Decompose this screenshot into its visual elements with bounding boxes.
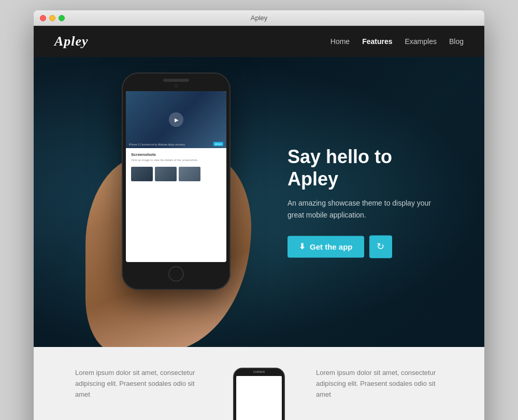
close-button[interactable] xyxy=(40,15,46,21)
navbar: Apley Home Features Examples Blog xyxy=(34,26,484,57)
feature-phone: CARRIER xyxy=(223,368,295,420)
features-section: Lorem ipsum dolor sit amet, consectetur … xyxy=(34,347,484,420)
window-title: Apley xyxy=(251,14,268,22)
hero-buttons: ⬇ Get the app ↻ xyxy=(287,236,443,258)
minimize-button[interactable] xyxy=(49,15,55,21)
mac-titlebar: Apley xyxy=(34,10,484,26)
hero-title: Say hello to Apley xyxy=(287,146,443,190)
phone-home-button[interactable] xyxy=(168,266,184,282)
download-icon: ⬇ xyxy=(299,242,306,252)
share-button[interactable]: ↻ xyxy=(369,236,392,258)
nav-link-examples[interactable]: Examples xyxy=(405,37,437,46)
mini-phone-screen xyxy=(236,376,282,420)
hero-section: iPhone 5 Commercial by Website Apley rec… xyxy=(34,57,484,347)
nav-link-features[interactable]: Features xyxy=(362,37,392,46)
video-label: iPhone 5 Commercial by Website Apley rec… xyxy=(129,143,185,147)
mini-phone-carrier: CARRIER xyxy=(234,369,284,375)
nav-link-blog[interactable]: Blog xyxy=(449,37,464,46)
thumbnail-3[interactable] xyxy=(179,167,200,181)
hero-subtitle: An amazing showcase theme to display you… xyxy=(287,198,443,221)
vimeo-badge: vimeo xyxy=(213,142,223,146)
nav-logo[interactable]: Apley xyxy=(54,34,89,49)
maximize-button[interactable] xyxy=(59,15,65,21)
feature-description-right: Lorem ipsum dolor sit amet, consectetur … xyxy=(316,368,443,400)
phone-screen: iPhone 5 Commercial by Website Apley rec… xyxy=(126,91,226,262)
thumbnail-2[interactable] xyxy=(155,167,177,181)
get-app-button[interactable]: ⬇ Get the app xyxy=(287,236,364,258)
feature-description-left: Lorem ipsum dolor sit amet, consectetur … xyxy=(75,368,202,400)
screenshots-title: Screenshots xyxy=(131,152,221,157)
mac-window: Apley Apley Home Features Examples Blog xyxy=(34,10,484,420)
nav-links: Home Features Examples Blog xyxy=(330,37,464,46)
thumbnail-1[interactable] xyxy=(131,167,153,181)
feature-text-left: Lorem ipsum dolor sit amet, consectetur … xyxy=(75,368,202,400)
phone-container: iPhone 5 Commercial by Website Apley rec… xyxy=(106,73,251,342)
feature-text-right: Lorem ipsum dolor sit amet, consectetur … xyxy=(316,368,443,400)
screenshots-sub: Click an image to view the details of th… xyxy=(131,158,221,163)
phone-speaker xyxy=(163,79,189,82)
video-play-button[interactable] xyxy=(169,112,183,127)
mini-phone-mockup: CARRIER xyxy=(233,368,285,420)
screenshot-thumbnails xyxy=(131,167,221,181)
phone-camera xyxy=(174,84,178,88)
website-content: Apley Home Features Examples Blog xyxy=(34,26,484,420)
get-app-label: Get the app xyxy=(310,242,353,251)
nav-link-home[interactable]: Home xyxy=(330,37,350,46)
screen-video: iPhone 5 Commercial by Website Apley rec… xyxy=(126,91,226,148)
mac-window-buttons xyxy=(40,15,65,21)
phone-mockup: iPhone 5 Commercial by Website Apley rec… xyxy=(122,73,231,290)
screen-content: Screenshots Click an image to view the d… xyxy=(126,148,226,185)
hero-text: Say hello to Apley An amazing showcase t… xyxy=(287,146,443,258)
share-icon: ↻ xyxy=(377,241,384,253)
